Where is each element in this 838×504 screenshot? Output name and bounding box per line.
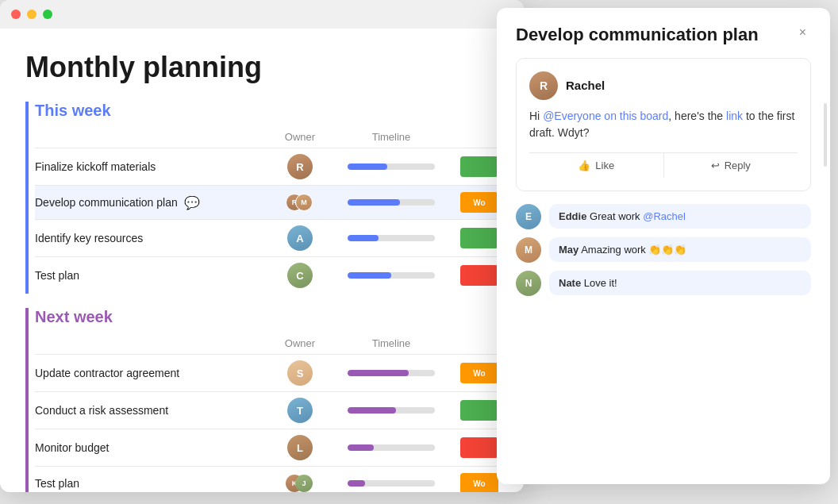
table-row[interactable]: Develop communication plan 💬 R M (35, 185, 498, 219)
task-timeline (332, 444, 451, 451)
progress-bar-bg (348, 164, 435, 170)
table-row[interactable]: Monitor budget L (35, 429, 498, 466)
task-status: Wo (451, 473, 498, 492)
timeline-col-header: Timeline (332, 337, 451, 349)
avatar: M (516, 237, 541, 263)
progress-bar-fill (348, 407, 396, 414)
avatar: L (287, 435, 313, 460)
avatar: R (287, 154, 313, 179)
comment-text-prefix: Hi (529, 110, 543, 122)
titlebar (0, 0, 524, 29)
avatar: J (295, 475, 313, 492)
like-label: Like (595, 160, 614, 171)
next-week-section: Next week Owner Timeline Update contract… (25, 308, 498, 492)
owner-col-header: Owner (268, 337, 332, 349)
timeline-col-header: Timeline (332, 131, 451, 143)
task-timeline (332, 407, 451, 414)
task-status (451, 400, 498, 421)
task-status: Wo (451, 192, 498, 213)
task-owner: T (268, 398, 332, 423)
panel-header: Develop communication plan × (497, 8, 830, 58)
table-row[interactable]: Identify key resources A (35, 219, 498, 256)
table-row[interactable]: Update contractor agreement S Wo (35, 354, 498, 391)
scene: Monthly planning This week Owner Timelin… (0, 0, 838, 504)
status-badge (460, 437, 498, 458)
mention-everyone[interactable]: @Everyone on this board (543, 110, 668, 122)
status-badge (460, 156, 498, 177)
task-name: Conduct a risk assessment (35, 404, 268, 417)
status-badge (460, 400, 498, 421)
progress-bar-bg (348, 199, 435, 206)
reply-list: E Eddie Great work @Rachel M May Amazing… (516, 204, 811, 296)
progress-bar-fill (348, 480, 365, 487)
reply-text: Love it! (581, 277, 617, 289)
task-status (451, 156, 498, 177)
table-row[interactable]: Conduct a risk assessment T (35, 391, 498, 429)
progress-bar-fill (348, 272, 391, 279)
table-row[interactable]: Test plan C (35, 256, 498, 294)
maximize-dot[interactable] (43, 10, 52, 19)
avatar: M (295, 194, 313, 211)
this-week-section: This week Owner Timeline Finalize kickof… (25, 102, 498, 294)
close-dot[interactable] (11, 10, 21, 19)
task-owner: C (268, 263, 332, 288)
like-button[interactable]: 👍 Like (529, 153, 664, 178)
task-owner: R M (268, 191, 332, 214)
reply-button[interactable]: ↩ Reply (664, 153, 798, 178)
progress-bar-bg (348, 235, 435, 241)
task-timeline (332, 370, 451, 376)
reply-icon: ↩ (711, 160, 720, 171)
task-owner: A (268, 225, 332, 251)
comment-author-row: R Rachel (529, 71, 798, 100)
status-badge: Wo (460, 473, 498, 492)
avatar: A (287, 225, 313, 251)
reply-author: Nate (559, 277, 581, 289)
reply-mention[interactable]: @Rachel (643, 210, 686, 222)
comment-link[interactable]: link (726, 110, 743, 122)
panel-title: Develop communication plan (516, 24, 794, 47)
progress-bar-bg (348, 407, 435, 414)
task-owner: K J (268, 472, 332, 492)
minimize-dot[interactable] (27, 10, 37, 19)
task-name: Finalize kickoff materials (35, 160, 268, 173)
reply-bubble: May Amazing work 👏👏👏 (549, 237, 811, 262)
progress-bar-bg (348, 370, 435, 376)
page-title: Monthly planning (25, 51, 498, 84)
comment-text-middle: , here's the (668, 110, 726, 122)
owner-col-header: Owner (268, 131, 332, 143)
chat-icon: 💬 (184, 195, 200, 210)
reply-author: May (559, 244, 579, 256)
this-week-title: This week (35, 102, 498, 120)
close-button[interactable]: × (794, 24, 811, 41)
reply-text: Great work (586, 210, 643, 222)
list-item: M May Amazing work 👏👏👏 (516, 237, 811, 263)
table-row[interactable]: Finalize kickoff materials R (35, 148, 498, 185)
comment-body: Hi @Everyone on this board, here's the l… (529, 108, 798, 141)
scrollbar[interactable] (824, 103, 827, 167)
task-timeline (332, 272, 451, 279)
task-owner: R (268, 154, 332, 179)
side-panel: Develop communication plan × R Rachel Hi… (497, 8, 830, 484)
author-name: Rachel (566, 79, 605, 92)
reply-label: Reply (725, 160, 751, 171)
avatar: E (516, 204, 541, 229)
next-week-title: Next week (35, 308, 498, 326)
table-row[interactable]: Test plan K J Wo (35, 466, 498, 492)
task-owner: S (268, 360, 332, 386)
task-name: Identify key resources (35, 232, 268, 244)
avatar: S (287, 360, 313, 386)
list-item: N Nate Love it! (516, 271, 811, 296)
status-badge (460, 228, 498, 248)
avatar: N (516, 271, 541, 296)
progress-bar-fill (348, 444, 374, 451)
task-owner: L (268, 435, 332, 460)
progress-bar-bg (348, 480, 435, 487)
reply-author: Eddie (559, 210, 586, 222)
avatar-double: R M (286, 191, 314, 214)
avatar: C (287, 263, 313, 288)
task-timeline (332, 164, 451, 170)
comment-actions: 👍 Like ↩ Reply (529, 152, 798, 178)
task-status (451, 437, 498, 458)
task-name: Monitor budget (35, 441, 268, 454)
status-badge (460, 265, 498, 286)
